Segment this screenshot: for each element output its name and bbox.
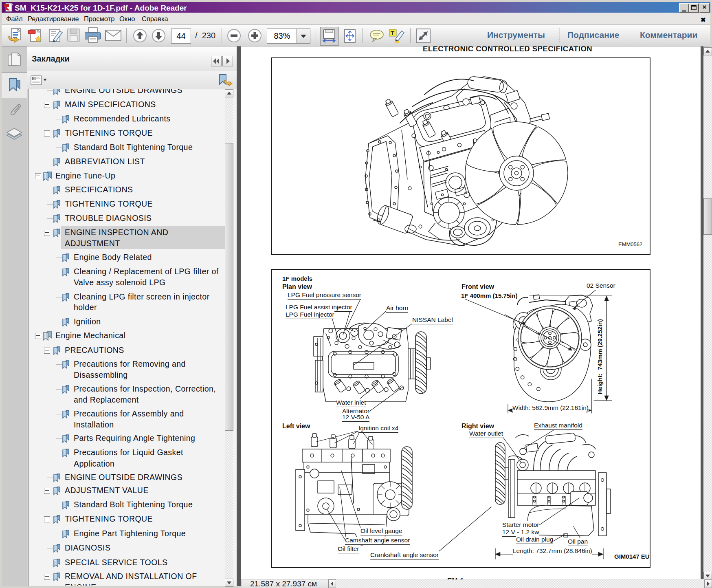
svg-text:T: T <box>391 29 394 36</box>
